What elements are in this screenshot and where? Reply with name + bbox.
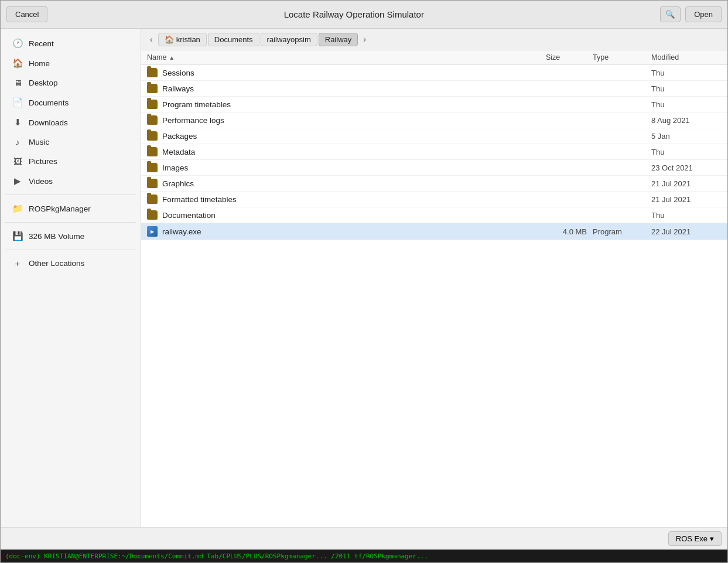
back-button[interactable]: ‹ — [146, 32, 157, 46]
filter-arrow-icon: ▾ — [710, 534, 714, 543]
file-name: Formatted timetables — [162, 195, 237, 204]
filter-button[interactable]: ROS Exe ▾ — [668, 531, 722, 546]
file-name: Railways — [162, 84, 194, 93]
sidebar-label-music: Music — [29, 138, 49, 146]
breadcrumb-home[interactable]: 🏠 kristian — [158, 33, 207, 46]
sidebar-divider-3 — [5, 250, 136, 250]
music-icon: ♪ — [12, 137, 23, 147]
sidebar-item-volume[interactable]: 💾 326 MB Volume — [3, 227, 138, 245]
breadcrumb-documents-label: Documents — [214, 35, 253, 44]
home-breadcrumb-icon: 🏠 — [165, 35, 174, 44]
file-modified: 21 Jul 2021 — [651, 195, 722, 204]
file-modified: 5 Jan — [651, 132, 722, 141]
recent-icon: 🕐 — [12, 38, 23, 49]
cancel-button[interactable]: Cancel — [6, 6, 47, 22]
folder-icon — [147, 84, 158, 93]
documents-icon: 📄 — [12, 97, 23, 108]
file-modified: 21 Jul 2021 — [651, 179, 722, 188]
file-row[interactable]: Sessions Thu — [141, 65, 727, 81]
sidebar-divider-1 — [5, 195, 136, 195]
file-name: Sessions — [162, 69, 194, 77]
file-chooser-dialog: Cancel Locate Railway Operation Simulato… — [0, 0, 728, 563]
folder-icon — [147, 115, 158, 125]
sidebar-label-other: Other Locations — [29, 259, 84, 268]
column-type[interactable]: Type — [593, 53, 651, 62]
file-list: Sessions Thu Railways Thu Program timeta… — [141, 65, 727, 527]
open-button[interactable]: Open — [685, 6, 722, 22]
search-icon: 🔍 — [665, 10, 675, 19]
sidebar-item-home[interactable]: 🏠 Home — [3, 54, 138, 73]
sidebar-item-desktop[interactable]: 🖥 Desktop — [3, 74, 138, 92]
sidebar-item-music[interactable]: ♪ Music — [3, 133, 138, 151]
pictures-icon: 🖼 — [12, 156, 23, 166]
file-modified: Thu — [651, 84, 722, 93]
sidebar-label-desktop: Desktop — [29, 79, 58, 87]
breadcrumb-railway[interactable]: Railway — [319, 33, 358, 46]
file-row[interactable]: Packages 5 Jan — [141, 128, 727, 144]
file-row[interactable]: railway.exe 4.0 MB Program 22 Jul 2021 — [141, 223, 727, 240]
file-name-cell: Graphics — [147, 179, 546, 188]
folder-icon — [147, 163, 158, 172]
rospkg-icon: 📁 — [12, 203, 23, 214]
file-name: Program timetables — [162, 100, 231, 109]
file-row[interactable]: Documentation Thu — [141, 207, 727, 223]
terminal-text: (doc-env) KRISTIAN@ENTERPRISE:~/Document… — [5, 552, 428, 560]
main-layout: 🕐 Recent 🏠 Home 🖥 Desktop 📄 Documents ⬇ … — [1, 29, 727, 527]
breadcrumb-railwayopsim[interactable]: railwayopsim — [261, 33, 317, 46]
file-row[interactable]: Performance logs 8 Aug 2021 — [141, 112, 727, 128]
sidebar-item-videos[interactable]: ▶ Videos — [3, 172, 138, 190]
sidebar-item-downloads[interactable]: ⬇ Downloads — [3, 113, 138, 132]
forward-button[interactable]: › — [359, 32, 370, 46]
sidebar-label-pictures: Pictures — [29, 157, 57, 166]
file-row[interactable]: Images 23 Oct 2021 — [141, 160, 727, 176]
file-name-cell: Images — [147, 163, 546, 172]
sidebar-item-recent[interactable]: 🕐 Recent — [3, 34, 138, 53]
sidebar-divider-2 — [5, 222, 136, 223]
dialog-title: Locate Railway Operation Simulator — [52, 9, 655, 19]
file-name-cell: Program timetables — [147, 100, 546, 109]
file-list-header: Name ▲ Size Type Modified — [141, 50, 727, 65]
other-locations-icon: + — [12, 258, 23, 268]
file-row[interactable]: Program timetables Thu — [141, 97, 727, 112]
desktop-icon: 🖥 — [12, 78, 23, 88]
folder-icon — [147, 147, 158, 156]
folder-icon — [147, 179, 158, 188]
file-row[interactable]: Railways Thu — [141, 81, 727, 97]
breadcrumb-bar: ‹ 🏠 kristian Documents railwayopsim Rail… — [141, 29, 727, 50]
breadcrumb-railway-label: Railway — [325, 35, 352, 44]
folder-icon — [147, 100, 158, 109]
search-button[interactable]: 🔍 — [660, 6, 681, 22]
sort-arrow-icon: ▲ — [169, 54, 175, 61]
file-modified: 8 Aug 2021 — [651, 116, 722, 125]
file-name: railway.exe — [162, 227, 201, 236]
file-row[interactable]: Metadata Thu — [141, 144, 727, 160]
file-name: Performance logs — [162, 116, 224, 125]
breadcrumb-railwayopsim-label: railwayopsim — [267, 35, 311, 44]
file-type: Program — [593, 227, 651, 236]
file-name-cell: Metadata — [147, 147, 546, 156]
exe-icon — [147, 226, 158, 237]
sidebar-item-other-locations[interactable]: + Other Locations — [3, 254, 138, 272]
sidebar-item-documents[interactable]: 📄 Documents — [3, 93, 138, 112]
file-modified: Thu — [651, 148, 722, 156]
folder-icon — [147, 210, 158, 220]
sidebar-label-downloads: Downloads — [29, 118, 68, 127]
column-size[interactable]: Size — [546, 53, 593, 62]
sidebar-item-rospkgmanager[interactable]: 📁 ROSPkgManager — [3, 199, 138, 218]
file-name-cell: Railways — [147, 84, 546, 93]
sidebar-label-home: Home — [29, 59, 50, 68]
file-name-cell: railway.exe — [147, 226, 546, 237]
column-modified[interactable]: Modified — [651, 53, 722, 62]
breadcrumb-documents[interactable]: Documents — [208, 33, 259, 46]
sidebar-label-recent: Recent — [29, 39, 54, 48]
column-name[interactable]: Name ▲ — [147, 53, 546, 62]
file-name: Packages — [162, 132, 197, 141]
sidebar-label-rospkg: ROSPkgManager — [29, 204, 91, 213]
sidebar-item-pictures[interactable]: 🖼 Pictures — [3, 152, 138, 170]
file-row[interactable]: Formatted timetables 21 Jul 2021 — [141, 192, 727, 207]
forward-arrow-icon: › — [363, 35, 366, 44]
file-size: 4.0 MB — [546, 227, 593, 236]
file-row[interactable]: Graphics 21 Jul 2021 — [141, 176, 727, 192]
file-modified: 23 Oct 2021 — [651, 163, 722, 172]
folder-icon — [147, 195, 158, 204]
